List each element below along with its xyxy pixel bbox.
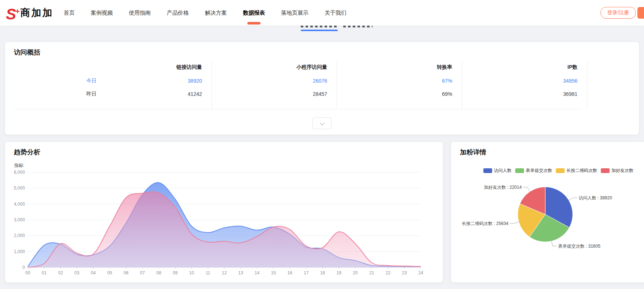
- fans-pie-chart: 访问人数 : 38920表单提交次数 : 31605长按二维码次数 : 2563…: [455, 174, 641, 280]
- x-axis-label: 11: [206, 270, 210, 275]
- x-axis-label: 18: [320, 270, 325, 275]
- nav-item[interactable]: 产品价格: [166, 0, 190, 26]
- main-nav: 首页案例视频使用指南产品价格解决方案数据报表落地页展示关于我们: [63, 0, 347, 26]
- legend-swatch-icon: [556, 168, 565, 173]
- nav-item-label: 案例视频: [91, 10, 113, 16]
- y-axis-label: 6,000: [14, 170, 25, 175]
- visit-overview-panel: 访问概括 链接访问量小程序访问量转换率IP数今日389202607667%348…: [5, 42, 639, 135]
- y-axis-label: 3,000: [14, 217, 25, 222]
- y-axis-label: 1,000: [14, 249, 25, 254]
- pie-label: 表单提交次数 : 31605: [558, 244, 600, 249]
- column-header: 小程序访问量: [211, 64, 337, 71]
- nav-item[interactable]: 首页: [63, 0, 75, 26]
- trend-analysis-panel: 趋势分析 指标: 01,0002,0003,0004,0005,0006,000…: [5, 142, 443, 282]
- column-header: 转换率: [337, 64, 462, 71]
- chevron-down-icon: [320, 120, 325, 125]
- nav-item[interactable]: 关于我们: [324, 0, 347, 26]
- nav-item-label: 产品价格: [167, 10, 189, 16]
- x-axis-label: 19: [337, 270, 342, 275]
- pie-label: 长按二维码次数 : 25634: [462, 221, 509, 226]
- table-value: 41242: [97, 91, 211, 97]
- legend-label: 加好友次数: [611, 168, 633, 174]
- column-divider: [337, 61, 337, 109]
- trend-area-chart: 01,0002,0003,0004,0005,0006,000000102030…: [11, 166, 437, 278]
- legend-swatch-icon: [483, 168, 492, 173]
- table-value: 34856: [462, 78, 587, 84]
- x-axis-label: 12: [222, 270, 227, 275]
- active-nav-indicator: [247, 22, 261, 25]
- x-axis-label: 07: [140, 270, 145, 275]
- x-axis-label: 23: [402, 270, 407, 275]
- fans-title: 加粉详情: [460, 148, 486, 157]
- y-axis-label: 4,000: [14, 202, 25, 207]
- legend-label: 访问人数: [494, 168, 512, 174]
- x-axis-label: 06: [124, 270, 129, 275]
- top-header: S+ 商加加 首页案例视频使用指南产品价格解决方案数据报表落地页展示关于我们 登…: [0, 0, 644, 26]
- legend-label: 长按二维码次数: [566, 168, 597, 174]
- brand-logo[interactable]: S+ 商加加: [6, 4, 53, 22]
- x-axis-label: 01: [42, 270, 47, 275]
- legend-item[interactable]: 加好友次数: [601, 168, 633, 174]
- column-divider: [587, 61, 587, 109]
- table-value: 28457: [211, 91, 337, 97]
- row-label[interactable]: 昨日: [5, 91, 97, 97]
- x-axis-label: 24: [418, 270, 423, 275]
- legend-item[interactable]: 访问人数: [483, 168, 512, 174]
- row-label[interactable]: 今日: [5, 78, 97, 84]
- nav-item[interactable]: 解决方案: [204, 0, 228, 26]
- table-value: 38920: [97, 78, 211, 84]
- table-row: 昨日412422845769%36981: [5, 87, 639, 101]
- nav-item[interactable]: 使用指南: [128, 0, 151, 26]
- nav-item[interactable]: 落地页展示: [280, 0, 309, 26]
- legend-label: 表单提交次数: [526, 168, 552, 174]
- x-axis-label: 08: [156, 270, 161, 275]
- table-value: 36981: [462, 91, 587, 97]
- x-axis-label: 21: [369, 270, 374, 275]
- nav-item-label: 落地页展示: [281, 10, 308, 16]
- nav-item-active[interactable]: 数据报表: [242, 0, 266, 26]
- pie-label-line: [523, 187, 530, 192]
- x-axis-label: 20: [353, 270, 358, 275]
- pie-legend: 访问人数表单提交次数长按二维码次数加好友次数: [483, 168, 633, 174]
- column-header: 链接访问量: [97, 64, 211, 71]
- x-axis-label: 02: [58, 270, 63, 275]
- nav-item-label: 使用指南: [129, 10, 151, 16]
- x-axis-label: 00: [25, 270, 30, 275]
- nav-item[interactable]: 案例视频: [90, 0, 113, 26]
- fans-detail-panel: 加粉详情 访问人数表单提交次数长按二维码次数加好友次数 访问人数 : 38920…: [451, 142, 644, 282]
- nav-item-label: 首页: [64, 10, 75, 16]
- x-axis-label: 17: [304, 270, 309, 275]
- login-register-button[interactable]: 登录/注册: [600, 7, 636, 19]
- x-axis-label: 05: [107, 270, 112, 275]
- nav-item-label: 解决方案: [205, 10, 227, 16]
- table-row: 今日389202607667%34856: [5, 74, 639, 87]
- legend-swatch-icon: [601, 168, 610, 173]
- clipped-right-button[interactable]: [637, 7, 644, 19]
- nav-item-label: 数据报表: [243, 10, 265, 16]
- column-divider: [462, 61, 462, 109]
- legend-swatch-icon: [515, 168, 524, 173]
- x-axis-label: 03: [75, 270, 80, 275]
- pie-label-line: [510, 222, 519, 224]
- overview-table: 链接访问量小程序访问量转换率IP数今日389202607667%34856昨日4…: [5, 60, 639, 101]
- logo-text: 商加加: [20, 6, 53, 19]
- table-value: 67%: [337, 78, 462, 84]
- x-axis-label: 10: [189, 270, 194, 275]
- x-axis-label: 16: [287, 270, 292, 275]
- nav-item-label: 关于我们: [325, 10, 347, 16]
- logo-s-mark: S+: [6, 4, 19, 22]
- legend-item[interactable]: 表单提交次数: [515, 168, 552, 174]
- column-header: IP数: [462, 64, 587, 71]
- x-axis-label: 13: [238, 270, 243, 275]
- expand-overview-button[interactable]: [312, 117, 332, 129]
- pie-label: 加好友次数 : 22014: [484, 185, 522, 190]
- column-divider: [211, 61, 212, 109]
- y-axis-label: 5,000: [14, 185, 25, 191]
- legend-item[interactable]: 长按二维码次数: [556, 168, 597, 174]
- overview-title: 访问概括: [14, 48, 40, 57]
- y-axis-label: 0: [22, 265, 25, 270]
- y-axis-label: 2,000: [14, 233, 25, 238]
- table-value: 69%: [337, 91, 462, 97]
- x-axis-label: 14: [255, 270, 260, 275]
- pie-label-line: [569, 198, 577, 200]
